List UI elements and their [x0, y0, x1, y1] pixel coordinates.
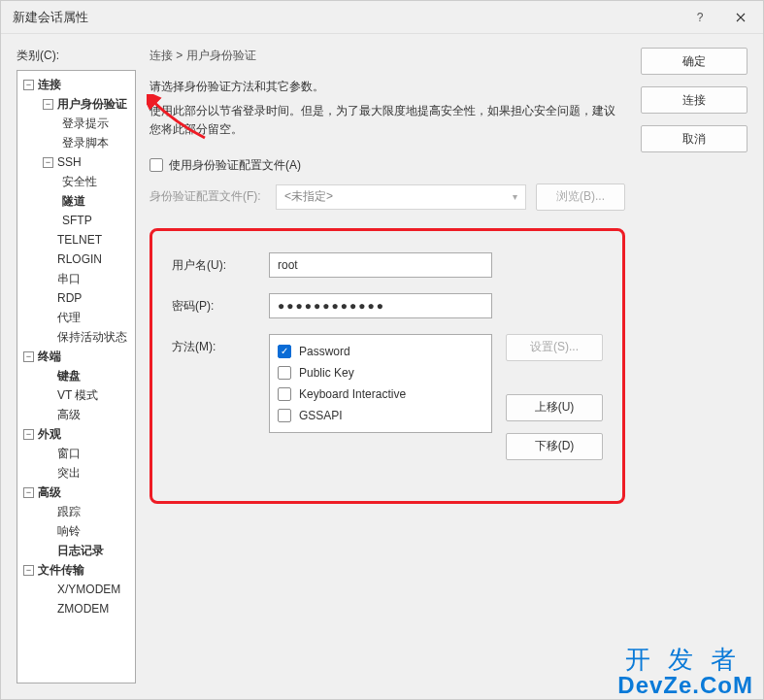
checkbox-checked-icon[interactable]: ✓ [278, 345, 291, 358]
password-label: 密码(P): [172, 293, 255, 315]
collapse-icon[interactable]: − [23, 429, 34, 440]
method-label: 方法(M): [172, 334, 255, 355]
close-icon [736, 13, 746, 22]
tree-trace[interactable]: 跟踪 [17, 502, 135, 521]
close-button[interactable] [720, 3, 761, 32]
checkbox-icon[interactable] [278, 409, 291, 422]
tree-highlight[interactable]: 突出 [17, 463, 135, 483]
tree-telnet[interactable]: TELNET [17, 230, 135, 250]
method-password[interactable]: ✓Password [278, 341, 483, 362]
tree-sftp[interactable]: SFTP [17, 211, 135, 230]
tree-xymodem[interactable]: X/YMODEM [17, 580, 135, 599]
description-2: 使用此部分以节省登录时间。但是，为了最大限度地提高安全性，如果担心安全问题，建议… [149, 102, 625, 139]
collapse-icon[interactable]: − [23, 487, 34, 498]
method-publickey[interactable]: Public Key [278, 362, 483, 383]
method-list[interactable]: ✓Password Public Key Keyboard Interactiv… [269, 334, 492, 433]
description-1: 请选择身份验证方法和其它参数。 [149, 78, 625, 96]
use-profile-label: 使用身份验证配置文件(A) [169, 157, 301, 174]
tree-keepalive[interactable]: 保持活动状态 [17, 327, 135, 347]
move-up-button[interactable]: 上移(U) [506, 394, 603, 421]
tree-keyboard[interactable]: 键盘 [17, 366, 135, 385]
tree-rlogin[interactable]: RLOGIN [17, 250, 135, 269]
profile-select[interactable]: <未指定> ▾ [276, 184, 526, 210]
tree-vtmode[interactable]: VT 模式 [17, 385, 135, 405]
tree-bell[interactable]: 响铃 [17, 521, 135, 541]
tree-ssh[interactable]: −SSH [17, 152, 135, 172]
tree-login-prompt[interactable]: 登录提示 [17, 114, 135, 133]
profile-label: 身份验证配置文件(F): [149, 188, 266, 205]
tree-connection[interactable]: −连接 [17, 75, 135, 94]
breadcrumb: 连接 > 用户身份验证 [149, 48, 625, 64]
tree-tunnel[interactable]: 隧道 [17, 191, 135, 211]
tree-adv-term[interactable]: 高级 [17, 405, 135, 424]
ok-button[interactable]: 确定 [641, 48, 747, 75]
move-down-button[interactable]: 下移(D) [506, 433, 603, 460]
help-button[interactable]: ? [680, 3, 720, 32]
cancel-button[interactable]: 取消 [641, 125, 747, 152]
chevron-down-icon: ▾ [513, 191, 517, 202]
method-kbi[interactable]: Keyboard Interactive [278, 383, 483, 405]
browse-button[interactable]: 浏览(B)... [536, 183, 625, 211]
use-profile-checkbox[interactable] [149, 158, 163, 172]
collapse-icon[interactable]: − [43, 99, 53, 110]
window-title: 新建会话属性 [13, 9, 680, 26]
tree-log[interactable]: 日志记录 [17, 541, 135, 560]
password-input[interactable]: ●●●●●●●●●●●● [269, 293, 492, 318]
tree-advanced[interactable]: −高级 [17, 483, 135, 502]
tree-filetransfer[interactable]: −文件传输 [17, 560, 135, 580]
method-gssapi[interactable]: GSSAPI [278, 405, 483, 426]
profile-value: <未指定> [284, 188, 333, 205]
highlight-annotation: 用户名(U): root 密码(P): ●●●●●●●●●●●● 方法(M): … [149, 228, 625, 504]
username-label: 用户名(U): [172, 252, 255, 274]
collapse-icon[interactable]: − [23, 565, 34, 576]
setup-button[interactable]: 设置(S)... [506, 334, 603, 361]
collapse-icon[interactable]: − [43, 157, 53, 168]
checkbox-icon[interactable] [278, 366, 291, 380]
category-tree[interactable]: −连接 −用户身份验证 登录提示 登录脚本 −SSH 安全性 隧道 SFTP T… [17, 70, 136, 683]
tree-auth[interactable]: −用户身份验证 [17, 94, 135, 114]
tree-appearance[interactable]: −外观 [17, 424, 135, 444]
tree-terminal[interactable]: −终端 [17, 347, 135, 366]
checkbox-icon[interactable] [278, 387, 291, 401]
collapse-icon[interactable]: − [23, 351, 34, 362]
tree-window[interactable]: 窗口 [17, 444, 135, 463]
tree-login-script[interactable]: 登录脚本 [17, 133, 135, 152]
tree-zmodem[interactable]: ZMODEM [17, 599, 135, 618]
username-input[interactable]: root [269, 252, 492, 278]
collapse-icon[interactable]: − [23, 80, 34, 90]
tree-serial[interactable]: 串口 [17, 269, 135, 288]
tree-security[interactable]: 安全性 [17, 172, 135, 191]
category-label: 类别(C): [17, 48, 136, 64]
connect-button[interactable]: 连接 [641, 86, 747, 114]
tree-proxy[interactable]: 代理 [17, 308, 135, 327]
tree-rdp[interactable]: RDP [17, 288, 135, 308]
